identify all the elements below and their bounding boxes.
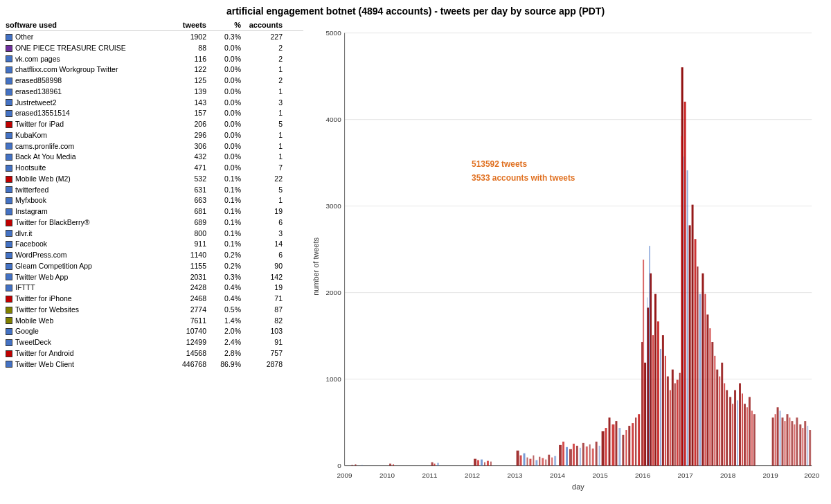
svg-rect-47 — [535, 460, 537, 466]
account-count: 5 — [241, 119, 283, 130]
tweet-pct: 0.0% — [206, 98, 241, 109]
svg-rect-75 — [628, 426, 630, 466]
color-indicator — [6, 307, 12, 314]
tweet-count: 1140 — [165, 250, 206, 261]
svg-rect-104 — [704, 294, 706, 466]
row-label: Twitter Web Client — [6, 359, 165, 370]
row-label: Back At You Media — [6, 152, 165, 163]
svg-rect-41 — [517, 451, 519, 466]
table-row: Other 1902 0.3% 227 — [6, 32, 303, 43]
svg-text:2010: 2010 — [379, 471, 395, 479]
svg-rect-55 — [562, 442, 564, 466]
svg-text:2014: 2014 — [550, 471, 566, 479]
account-count: 1 — [241, 108, 283, 119]
software-name: Other — [15, 32, 33, 43]
row-label: Twitter for iPhone — [6, 294, 165, 305]
svg-rect-122 — [749, 397, 751, 465]
account-count: 71 — [241, 294, 283, 305]
annotation-line1: 513592 tweets — [472, 159, 527, 169]
software-name: Gleam Competition App — [15, 261, 92, 272]
svg-rect-110 — [719, 377, 720, 466]
color-indicator — [6, 328, 12, 335]
svg-rect-80 — [644, 363, 646, 466]
svg-rect-145 — [683, 156, 684, 465]
svg-rect-67 — [602, 431, 605, 466]
tweet-pct: 0.0% — [206, 87, 241, 98]
color-indicator — [6, 186, 12, 193]
tweet-count: 7611 — [165, 316, 206, 327]
color-indicator — [6, 252, 12, 259]
software-name: Twitter for iPad — [15, 119, 64, 130]
row-label: Mobile Web (M2) — [6, 174, 165, 185]
main-container: artificial engagement botnet (4894 accou… — [0, 0, 831, 504]
row-label: Other — [6, 32, 165, 43]
account-count: 3 — [241, 228, 283, 240]
svg-rect-138 — [804, 421, 806, 465]
color-indicator — [6, 241, 12, 248]
svg-rect-69 — [609, 417, 611, 465]
software-name: Twitter for Websites — [15, 305, 79, 316]
account-count: 6 — [241, 217, 283, 228]
col-software: software used — [6, 21, 165, 29]
svg-rect-85 — [657, 321, 659, 465]
software-name: Twitter Web App — [15, 272, 68, 283]
account-count: 2878 — [241, 359, 283, 370]
color-indicator — [6, 55, 12, 62]
svg-rect-38 — [484, 462, 485, 466]
color-indicator — [6, 34, 12, 41]
svg-rect-63 — [589, 444, 591, 466]
col-tweets: tweets — [165, 21, 206, 29]
svg-rect-139 — [807, 426, 808, 466]
software-name: Back At You Media — [15, 152, 76, 163]
row-label: Justretweet2 — [6, 98, 165, 109]
color-indicator — [6, 361, 12, 368]
account-count: 6 — [241, 250, 283, 261]
tweet-count: 2031 — [165, 272, 206, 283]
tweet-pct: 0.3% — [206, 272, 241, 283]
tweet-count: 2774 — [165, 305, 206, 316]
account-count: 2 — [241, 75, 283, 87]
svg-text:2012: 2012 — [465, 471, 481, 479]
svg-rect-30 — [389, 464, 391, 466]
account-count: 1 — [241, 87, 283, 98]
svg-rect-130 — [784, 421, 785, 465]
table-row: Facebook 911 0.1% 14 — [6, 239, 303, 250]
software-name: KubaKom — [15, 130, 47, 141]
tweet-pct: 1.4% — [206, 316, 241, 327]
svg-rect-134 — [794, 424, 795, 466]
color-indicator — [6, 285, 12, 291]
svg-text:2013: 2013 — [508, 471, 524, 479]
tweet-count: 471 — [165, 163, 206, 174]
svg-rect-141 — [643, 260, 644, 466]
software-name: IFTTT — [15, 282, 35, 294]
content-area: software used tweets % accounts Other 19… — [6, 21, 825, 498]
software-name: cams.pronlife.com — [15, 141, 74, 152]
software-name: Twitter for Android — [15, 348, 74, 359]
color-indicator — [6, 230, 12, 237]
color-indicator — [6, 154, 12, 161]
svg-text:2000: 2000 — [326, 289, 342, 296]
software-name: Justretweet2 — [15, 98, 57, 109]
tweet-pct: 0.2% — [206, 250, 241, 261]
row-label: Gleam Competition App — [6, 261, 165, 272]
software-name: Mobile Web (M2) — [15, 174, 71, 185]
svg-rect-103 — [702, 273, 704, 466]
svg-rect-144 — [681, 136, 683, 465]
row-label: WordPress.com — [6, 250, 165, 261]
svg-rect-70 — [611, 424, 614, 466]
svg-rect-111 — [721, 363, 723, 466]
tweet-count: 296 — [165, 130, 206, 141]
svg-text:2017: 2017 — [678, 471, 694, 479]
color-indicator — [6, 273, 12, 280]
svg-rect-71 — [615, 421, 617, 465]
svg-rect-51 — [548, 455, 550, 466]
svg-rect-142 — [647, 298, 647, 466]
row-label: erased13551514 — [6, 108, 165, 119]
tweet-pct: 0.4% — [206, 294, 241, 305]
tweet-pct: 0.1% — [206, 239, 241, 250]
svg-text:2019: 2019 — [763, 471, 779, 479]
tweet-pct: 0.0% — [206, 108, 241, 119]
svg-rect-29 — [361, 465, 362, 466]
tweet-count: 2428 — [165, 282, 206, 294]
svg-rect-114 — [729, 397, 731, 465]
